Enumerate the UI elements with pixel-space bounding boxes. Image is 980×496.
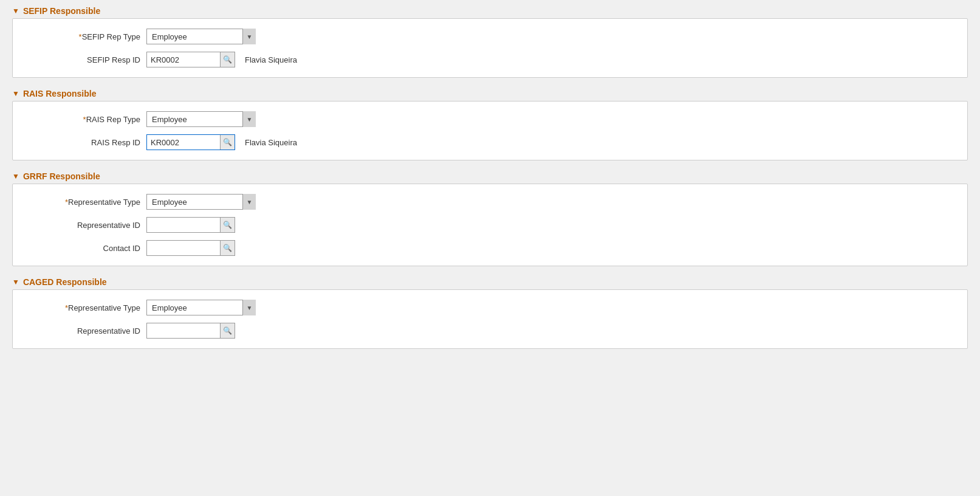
search-button-caged-rep-id[interactable]: 🔍 [220,323,235,338]
label-caged-rep-id: Representative ID [25,326,146,336]
input-caged-rep-id[interactable] [147,323,220,338]
select-wrapper-sefip-rep-type: EmployeeOther▼ [146,29,256,44]
form-row-grrf-rep-id: Representative ID🔍 [25,217,955,233]
display-value-sefip-resp-id: Flavia Siqueira [245,55,297,64]
search-button-grrf-contact-id[interactable]: 🔍 [220,241,235,255]
label-sefip-resp-id: SEFIP Resp ID [25,55,146,64]
search-icon: 🔍 [223,244,232,252]
section-header-sefip[interactable]: ▼SEFIP Responsible [12,6,968,16]
search-icon: 🔍 [223,55,232,64]
form-row-grrf-contact-id: Contact ID🔍 [25,240,955,256]
control-group-grrf-contact-id: 🔍 [146,240,235,256]
required-star: * [65,303,68,312]
section-header-grrf[interactable]: ▼GRRF Responsible [12,171,968,181]
form-row-rais-rep-type: *RAIS Rep TypeEmployeeOther▼ [25,111,955,127]
input-sefip-resp-id[interactable] [147,52,220,67]
chevron-down-icon: ▼ [12,278,19,286]
label-grrf-rep-id: Representative ID [25,221,146,230]
section-body-rais: *RAIS Rep TypeEmployeeOther▼RAIS Resp ID… [12,101,968,160]
search-icon: 🔍 [223,138,232,146]
required-star: * [65,198,68,207]
section-header-rais[interactable]: ▼RAIS Responsible [12,89,968,98]
form-row-grrf-rep-type: *Representative TypeEmployeeOther▼ [25,194,955,210]
input-group-caged-rep-id: 🔍 [146,323,235,339]
required-star: * [79,32,82,41]
required-star: * [83,115,86,124]
form-row-caged-rep-id: Representative ID🔍 [25,323,955,339]
label-rais-rep-type: *RAIS Rep Type [25,115,146,124]
select-wrapper-caged-rep-type: EmployeeOther▼ [146,300,256,315]
control-group-rais-rep-type: EmployeeOther▼ [146,111,256,127]
section-caged: ▼CAGED Responsible*Representative TypeEm… [12,277,968,349]
form-row-sefip-rep-type: *SEFIP Rep TypeEmployeeOther▼ [25,29,955,44]
label-sefip-rep-type: *SEFIP Rep Type [25,32,146,41]
select-wrapper-grrf-rep-type: EmployeeOther▼ [146,194,256,210]
display-value-rais-resp-id: Flavia Siqueira [245,138,297,147]
section-sefip: ▼SEFIP Responsible*SEFIP Rep TypeEmploye… [12,6,968,78]
section-body-caged: *Representative TypeEmployeeOther▼Repres… [12,289,968,349]
input-group-rais-resp-id: 🔍 [146,134,235,150]
section-header-caged[interactable]: ▼CAGED Responsible [12,277,968,287]
input-grrf-rep-id[interactable] [147,218,220,232]
select-rais-rep-type[interactable]: EmployeeOther [146,111,256,127]
search-button-rais-resp-id[interactable]: 🔍 [220,135,235,150]
section-title-grrf: GRRF Responsible [23,171,100,181]
search-icon: 🔍 [223,326,232,335]
form-row-sefip-resp-id: SEFIP Resp ID🔍Flavia Siqueira [25,52,955,67]
control-group-sefip-resp-id: 🔍Flavia Siqueira [146,52,297,67]
label-rais-resp-id: RAIS Resp ID [25,138,146,147]
form-row-rais-resp-id: RAIS Resp ID🔍Flavia Siqueira [25,134,955,150]
section-grrf: ▼GRRF Responsible*Representative TypeEmp… [12,171,968,266]
section-body-sefip: *SEFIP Rep TypeEmployeeOther▼SEFIP Resp … [12,18,968,78]
control-group-caged-rep-type: EmployeeOther▼ [146,300,256,315]
label-grrf-contact-id: Contact ID [25,244,146,253]
input-group-grrf-rep-id: 🔍 [146,217,235,233]
select-sefip-rep-type[interactable]: EmployeeOther [146,29,256,44]
select-grrf-rep-type[interactable]: EmployeeOther [146,194,256,210]
control-group-grrf-rep-id: 🔍 [146,217,235,233]
section-body-grrf: *Representative TypeEmployeeOther▼Repres… [12,184,968,266]
select-wrapper-rais-rep-type: EmployeeOther▼ [146,111,256,127]
chevron-down-icon: ▼ [12,89,19,98]
label-grrf-rep-type: *Representative Type [25,198,146,207]
input-grrf-contact-id[interactable] [147,241,220,255]
select-caged-rep-type[interactable]: EmployeeOther [146,300,256,315]
section-title-rais: RAIS Responsible [23,89,97,98]
page-container: ▼SEFIP Responsible*SEFIP Rep TypeEmploye… [0,0,980,496]
section-title-sefip: SEFIP Responsible [23,6,100,16]
control-group-rais-resp-id: 🔍Flavia Siqueira [146,134,297,150]
search-button-sefip-resp-id[interactable]: 🔍 [220,52,235,67]
chevron-down-icon: ▼ [12,172,19,181]
input-rais-resp-id[interactable] [147,135,220,150]
search-icon: 🔍 [223,221,232,229]
search-button-grrf-rep-id[interactable]: 🔍 [220,218,235,232]
chevron-down-icon: ▼ [12,7,19,15]
input-group-grrf-contact-id: 🔍 [146,240,235,256]
form-row-caged-rep-type: *Representative TypeEmployeeOther▼ [25,300,955,315]
section-title-caged: CAGED Responsible [23,277,107,287]
input-group-sefip-resp-id: 🔍 [146,52,235,67]
control-group-caged-rep-id: 🔍 [146,323,235,339]
label-caged-rep-type: *Representative Type [25,303,146,312]
control-group-grrf-rep-type: EmployeeOther▼ [146,194,256,210]
control-group-sefip-rep-type: EmployeeOther▼ [146,29,256,44]
section-rais: ▼RAIS Responsible*RAIS Rep TypeEmployeeO… [12,89,968,160]
